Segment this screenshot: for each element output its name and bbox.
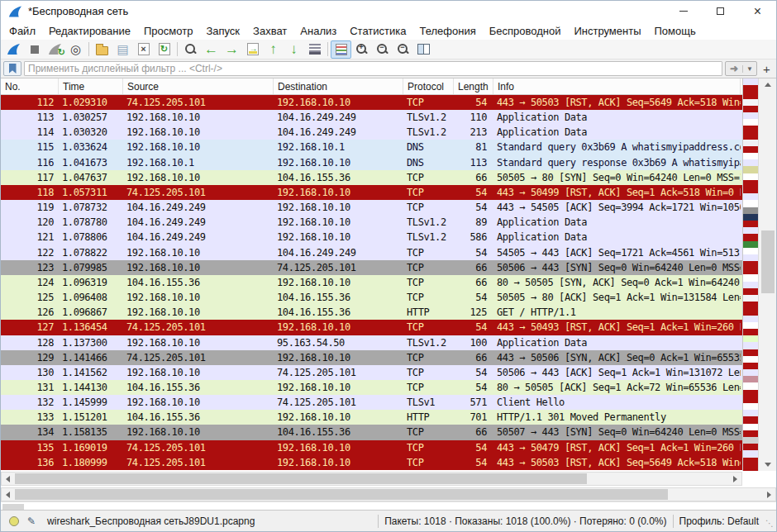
column-header-no[interactable]: No. bbox=[1, 78, 59, 94]
packet-row-122[interactable]: 1221.078822192.168.10.10104.16.249.249TC… bbox=[1, 245, 742, 260]
packet-row-125[interactable]: 1251.096408192.168.10.10104.16.155.36TCP… bbox=[1, 290, 742, 305]
close-file-button[interactable]: × bbox=[133, 40, 154, 59]
horizontal-scrollbar-thumb[interactable] bbox=[15, 473, 587, 484]
cell-no: 118 bbox=[1, 185, 59, 200]
scroll-left-button[interactable] bbox=[2, 488, 14, 501]
cell-time: 1.029310 bbox=[59, 95, 123, 110]
column-header-time[interactable]: Time bbox=[59, 78, 123, 94]
vertical-scrollbar[interactable] bbox=[758, 78, 777, 471]
column-header-length[interactable]: Length bbox=[454, 78, 493, 94]
scroll-right-button[interactable] bbox=[729, 473, 741, 485]
go-back-button[interactable]: ← bbox=[201, 40, 222, 59]
cell-no: 123 bbox=[1, 260, 59, 275]
start-capture-button[interactable] bbox=[3, 40, 24, 59]
display-filter-input[interactable] bbox=[24, 61, 722, 76]
packet-row-118[interactable]: 1181.05731174.125.205.101192.168.10.10TC… bbox=[1, 185, 742, 200]
capture-options-button[interactable]: ◎ bbox=[65, 40, 86, 59]
cell-no: 132 bbox=[1, 395, 59, 410]
scroll-down-button[interactable] bbox=[759, 458, 777, 471]
packet-row-130[interactable]: 1301.141562192.168.10.1074.125.205.101TC… bbox=[1, 365, 742, 380]
go-first-packet-button[interactable]: ↑ bbox=[263, 40, 284, 59]
cell-no: 119 bbox=[1, 200, 59, 215]
packet-row-116[interactable]: 1161.041673192.168.10.1192.168.10.10DNS1… bbox=[1, 155, 742, 170]
menu-help[interactable]: Помощь bbox=[648, 23, 703, 39]
column-header-destination[interactable]: Destination bbox=[274, 78, 403, 94]
menu-view[interactable]: Просмотр bbox=[137, 23, 199, 39]
zoom-in-button[interactable]: + bbox=[351, 40, 372, 59]
profile-selector[interactable]: Профиль: Default bbox=[679, 515, 760, 527]
menu-wireless[interactable]: Беспроводной bbox=[483, 23, 568, 39]
packet-row-127[interactable]: 1271.13645474.125.205.101192.168.10.10TC… bbox=[1, 320, 742, 335]
packet-row-136[interactable]: 1361.18099974.125.205.101192.168.10.10TC… bbox=[1, 455, 742, 470]
packet-row-113[interactable]: 1131.030257192.168.10.10104.16.249.249TL… bbox=[1, 110, 742, 125]
vertical-scrollbar-thumb[interactable] bbox=[761, 230, 775, 293]
packet-row-135[interactable]: 1351.16901974.125.205.101192.168.10.10TC… bbox=[1, 440, 742, 455]
scroll-left-button[interactable] bbox=[2, 473, 14, 485]
right-arrow-icon bbox=[767, 492, 771, 498]
scroll-right-button[interactable] bbox=[763, 488, 775, 501]
expert-info-icon[interactable] bbox=[9, 516, 19, 526]
packet-minimap[interactable] bbox=[742, 78, 758, 471]
reload-file-button[interactable]: ↻ bbox=[154, 40, 174, 59]
save-file-button[interactable]: ▤ bbox=[112, 40, 133, 59]
packet-row-119[interactable]: 1191.078732104.16.249.249192.168.10.10TC… bbox=[1, 200, 742, 215]
scroll-up-button[interactable] bbox=[759, 78, 777, 91]
cell-length: 89 bbox=[454, 215, 493, 230]
minimize-button[interactable] bbox=[665, 1, 702, 21]
cell-time: 1.136454 bbox=[59, 320, 123, 335]
cell-info: 443 → 50479 [RST, ACK] Seq=1 Ack=1 Win=2… bbox=[493, 440, 741, 455]
packet-row-131[interactable]: 1311.144130104.16.155.36192.168.10.10TCP… bbox=[1, 380, 742, 395]
maximize-button[interactable] bbox=[702, 1, 739, 21]
resize-columns-button[interactable] bbox=[413, 40, 434, 59]
packet-row-134[interactable]: 1341.158135192.168.10.10104.16.155.36TCP… bbox=[1, 425, 742, 439]
menu-edit[interactable]: Редактирование bbox=[42, 23, 137, 39]
stop-capture-icon bbox=[31, 45, 39, 54]
find-packet-button[interactable] bbox=[180, 40, 201, 59]
menu-statistics[interactable]: Статистика bbox=[343, 23, 412, 39]
apply-filter-button[interactable]: ➜ ▼ bbox=[725, 61, 757, 76]
menu-telephony[interactable]: Телефония bbox=[412, 23, 482, 39]
column-header-protocol[interactable]: Protocol bbox=[403, 78, 454, 94]
horizontal-scrollbar-secondary[interactable] bbox=[1, 487, 776, 501]
restart-capture-button[interactable]: ↻ bbox=[45, 40, 65, 59]
go-last-packet-button[interactable]: ↓ bbox=[284, 40, 304, 59]
packet-row-114[interactable]: 1141.030320192.168.10.10104.16.249.249TL… bbox=[1, 125, 742, 140]
open-file-button[interactable] bbox=[92, 40, 112, 59]
menu-tools[interactable]: Инструменты bbox=[567, 23, 647, 39]
filter-dropdown-caret-icon[interactable]: ▼ bbox=[742, 65, 756, 73]
column-header-info[interactable]: Info bbox=[493, 78, 741, 94]
packet-row-124[interactable]: 1241.096319104.16.155.36192.168.10.10TCP… bbox=[1, 275, 742, 290]
menu-file[interactable]: Файл bbox=[2, 23, 42, 39]
packet-row-129[interactable]: 1291.14146674.125.205.101192.168.10.10TC… bbox=[1, 350, 742, 365]
packet-row-121[interactable]: 1211.078806104.16.249.249192.168.10.10TL… bbox=[1, 230, 742, 245]
horizontal-scrollbar-thumb[interactable] bbox=[15, 489, 668, 500]
go-forward-button[interactable]: → bbox=[222, 40, 242, 59]
zoom-normal-button[interactable]: − bbox=[393, 40, 413, 59]
menu-go[interactable]: Запуск bbox=[199, 23, 246, 39]
cell-info: 443 → 50506 [SYN, ACK] Seq=0 Ack=1 Win=6… bbox=[493, 350, 741, 365]
menu-analyze[interactable]: Анализ bbox=[293, 23, 343, 39]
packet-row-117[interactable]: 1171.047637192.168.10.10104.16.155.36TCP… bbox=[1, 170, 742, 185]
packet-row-126[interactable]: 1261.096867192.168.10.10104.16.155.36HTT… bbox=[1, 305, 742, 320]
packet-row-120[interactable]: 1201.078780104.16.249.249192.168.10.10TL… bbox=[1, 215, 742, 230]
packet-row-115[interactable]: 1151.033624192.168.10.10192.168.10.1DNS8… bbox=[1, 140, 742, 154]
stop-capture-button[interactable] bbox=[24, 40, 45, 59]
packet-row-112[interactable]: 1121.02931074.125.205.101192.168.10.10TC… bbox=[1, 95, 742, 110]
packet-row-133[interactable]: 1331.151201104.16.155.36192.168.10.10HTT… bbox=[1, 410, 742, 425]
cell-info: 443 → 50499 [RST, ACK] Seq=1 Ack=518 Win… bbox=[493, 185, 741, 200]
menu-capture[interactable]: Захват bbox=[246, 23, 293, 39]
auto-scroll-button[interactable] bbox=[304, 40, 325, 59]
column-header-source[interactable]: Source bbox=[123, 78, 274, 94]
go-to-packet-button[interactable] bbox=[242, 40, 263, 59]
add-filter-button[interactable]: + bbox=[760, 61, 774, 76]
packet-row-132[interactable]: 1321.145999192.168.10.1074.125.205.101TL… bbox=[1, 395, 742, 410]
zoom-out-button[interactable]: − bbox=[372, 40, 393, 59]
cell-info: 50506 → 443 [ACK] Seq=1 Ack=1 Win=131072… bbox=[493, 365, 741, 380]
horizontal-scrollbar-packets[interactable] bbox=[1, 472, 742, 486]
colorize-packets-button[interactable] bbox=[331, 40, 351, 59]
close-button[interactable]: × bbox=[739, 1, 776, 21]
capture-comment-icon[interactable]: ✎ bbox=[27, 515, 36, 527]
packet-row-128[interactable]: 1281.137300192.168.10.1095.163.54.50TLSv… bbox=[1, 335, 742, 350]
packet-row-123[interactable]: 1231.079985192.168.10.1074.125.205.101TC… bbox=[1, 260, 742, 275]
filter-bookmark-button[interactable] bbox=[3, 61, 21, 76]
